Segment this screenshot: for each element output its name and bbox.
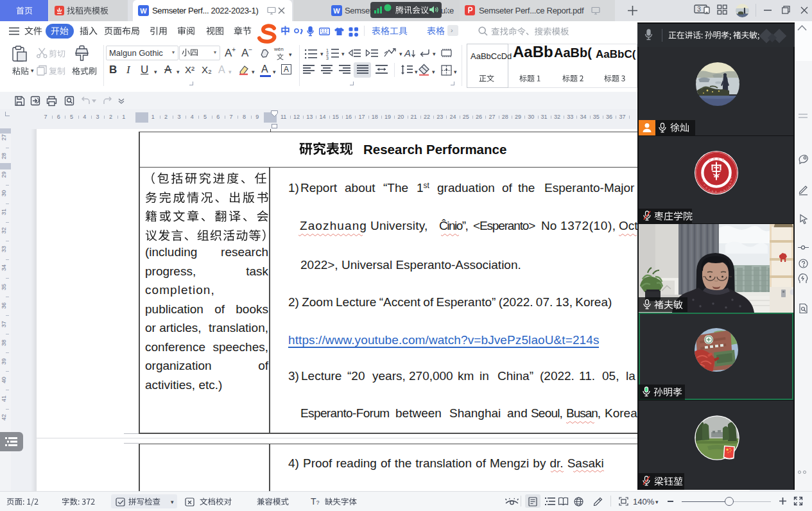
svg-text:W: W: [333, 7, 340, 15]
svg-text:3: 3: [697, 6, 701, 13]
svg-text:W: W: [140, 7, 147, 15]
svg-text:A: A: [404, 48, 411, 58]
svg-text:3: 3: [326, 56, 329, 60]
